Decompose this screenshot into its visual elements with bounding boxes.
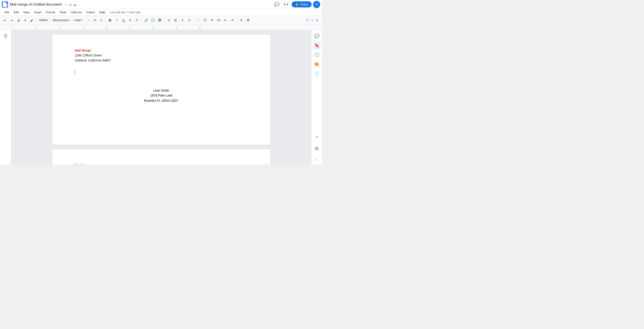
line-spacing-button[interactable]: ↕ — [195, 17, 202, 24]
italic-button[interactable]: I — [114, 17, 120, 24]
clear-format-button[interactable]: ✗ — [238, 17, 244, 24]
page1-recipient-street: 1678 Palm Leaf — [75, 93, 248, 98]
scroll-bottom-button[interactable]: ⊞ — [313, 144, 321, 152]
ruler-sidebar-spacer — [0, 25, 11, 30]
sep8 — [194, 18, 194, 22]
palette-button[interactable]: 🎨 — [313, 60, 321, 68]
font-chevron: ▾ — [81, 19, 82, 22]
font-size-plus[interactable]: + — [99, 18, 104, 23]
header-right: 💬 ⊡ ▾ 🔒 Share G — [274, 1, 320, 8]
font-size-minus[interactable]: − — [86, 18, 91, 23]
expand-right-button[interactable]: › — [313, 156, 321, 164]
ruler-right-spacer — [311, 25, 322, 30]
page-1: Mail Merge 1398 Clifford Street Oakland,… — [52, 35, 270, 145]
spell-check-button[interactable]: A — [22, 17, 28, 24]
lock-icon: 🔒 — [295, 3, 299, 6]
outline-icon: ☰ — [4, 34, 8, 38]
sep7 — [164, 18, 164, 22]
collapse-toolbar-button[interactable]: ∧ — [314, 17, 320, 24]
page1-recipient-city: Brandon FL 33510-2037 — [75, 98, 248, 103]
menu-tools[interactable]: Tools — [58, 10, 68, 14]
account-icon[interactable]: G — [313, 1, 320, 8]
page1-sender-city: Oakland, California 94607 — [75, 58, 248, 63]
ruler-container: | 1 2 3 4 5 6 7 8 — [0, 25, 322, 30]
sep9 — [237, 18, 237, 22]
align-center-button[interactable]: ☰ — [172, 17, 179, 24]
zoom-selector[interactable]: 100% ▾ — [38, 18, 49, 22]
page1-sender-name: Mail Merge — [75, 48, 248, 53]
title-area: Mail merge of Untitled document — [10, 2, 62, 6]
indent-less-button[interactable]: ⇤ — [222, 17, 228, 24]
menu-bar: File Edit View Insert Format Tools Add-o… — [0, 9, 322, 16]
doc-title: Mail merge of Untitled document — [10, 2, 62, 6]
app-icon — [2, 1, 8, 8]
edit-mode-chevron: ▾ — [312, 19, 313, 22]
font-selector[interactable]: Arial ▾ — [74, 18, 83, 22]
num-list-button[interactable]: 1≡ — [216, 17, 222, 24]
font-size-control: − + — [86, 18, 104, 23]
special-chars-button[interactable]: Ω — [245, 17, 251, 24]
sep5 — [105, 18, 106, 22]
font-color-button[interactable]: A — [127, 17, 134, 24]
checklist-button[interactable]: ☑ — [202, 17, 208, 24]
comment-icon[interactable]: 💬 — [274, 1, 280, 8]
menu-view[interactable]: View — [22, 10, 31, 14]
bullet-list-button[interactable]: •≡ — [209, 17, 215, 24]
present-btn[interactable]: ⊡ ▾ — [281, 1, 290, 8]
bookmarks-button[interactable]: 🔖 — [313, 42, 321, 50]
bold-button[interactable]: B — [107, 17, 113, 24]
page-2-content: Mail Merge 1398 Clifford Street Oakland,… — [75, 163, 248, 164]
style-selector[interactable]: Normal text ▾ — [52, 18, 70, 22]
toolbar: ↩ ↪ 🖨 A 🖌 100% ▾ Normal text ▾ Arial ▾ −… — [0, 16, 322, 25]
edit-mode-button[interactable]: ✏ — [304, 17, 311, 24]
add-button[interactable]: + — [313, 133, 321, 141]
menu-edit[interactable]: Edit — [12, 10, 20, 14]
chat-panel-button[interactable]: 💬 — [313, 32, 321, 40]
sep1 — [36, 18, 37, 22]
page2-sender-name: Mail Merge — [75, 163, 248, 164]
paint-format-button[interactable]: 🖌 — [29, 17, 35, 24]
present-icon: ⊡ — [283, 3, 286, 6]
image-button[interactable]: 🖼 — [156, 17, 163, 24]
folder-icon[interactable]: 🗂 — [69, 3, 72, 6]
page1-sender-street: 1398 Clifford Street — [75, 53, 248, 58]
page-2: Mail Merge 1398 Clifford Street Oakland,… — [52, 150, 270, 164]
menu-file[interactable]: File — [3, 10, 11, 14]
indent-more-button[interactable]: ⇥ — [229, 17, 235, 24]
menu-help[interactable]: Help — [98, 10, 107, 14]
font-size-input[interactable] — [91, 18, 98, 23]
link-button[interactable]: 🔗 — [143, 17, 150, 24]
underline-button[interactable]: U — [120, 17, 127, 24]
comment-button[interactable]: 💬 — [150, 17, 156, 24]
document-area[interactable]: Mail Merge 1398 Clifford Street Oakland,… — [11, 30, 311, 164]
share-button[interactable]: 🔒 Share — [292, 1, 312, 8]
undo-button[interactable]: ↩ — [2, 17, 8, 24]
title-icons: ☆ 🗂 ☁ — [64, 3, 76, 6]
page1-recipient-block: Liam Smith 1678 Palm Leaf Brandon FL 335… — [75, 88, 248, 103]
page1-recipient-name: Liam Smith — [75, 88, 248, 93]
print-button[interactable]: 🖨 — [15, 17, 22, 24]
star-icon[interactable]: ☆ — [64, 3, 67, 6]
clock-button[interactable]: 🕐 — [313, 51, 321, 59]
menu-insert[interactable]: Insert — [32, 10, 43, 14]
right-sidebar: 💬 🔖 🕐 🎨 📄 + ⊞ › — [311, 30, 322, 164]
text-cursor — [75, 70, 75, 74]
zoom-chevron: ▾ — [47, 19, 48, 22]
style-chevron: ▾ — [68, 19, 70, 22]
cursor-area — [75, 70, 248, 74]
menu-zotero[interactable]: Zotero — [84, 10, 97, 14]
outline-button[interactable]: ☰ — [2, 32, 10, 40]
menu-format[interactable]: Format — [44, 10, 57, 14]
align-left-button[interactable]: ≡ — [166, 17, 172, 24]
copy-button[interactable]: 📄 — [313, 70, 321, 78]
cloud-icon[interactable]: ☁ — [73, 3, 76, 6]
page-1-content: Mail Merge 1398 Clifford Street Oakland,… — [75, 48, 248, 103]
ruler-inner: | 1 2 3 4 5 6 7 8 — [11, 25, 311, 30]
present-chevron: ▾ — [287, 3, 288, 6]
align-justify-button[interactable]: ≡ — [186, 17, 192, 24]
align-right-button[interactable]: ≡ — [179, 17, 186, 24]
top-bar: Mail merge of Untitled document ☆ 🗂 ☁ 💬 … — [0, 0, 322, 9]
redo-button[interactable]: ↪ — [8, 17, 15, 24]
menu-addons[interactable]: Add-ons — [69, 10, 84, 14]
highlight-button[interactable]: 🖊 — [134, 17, 140, 24]
